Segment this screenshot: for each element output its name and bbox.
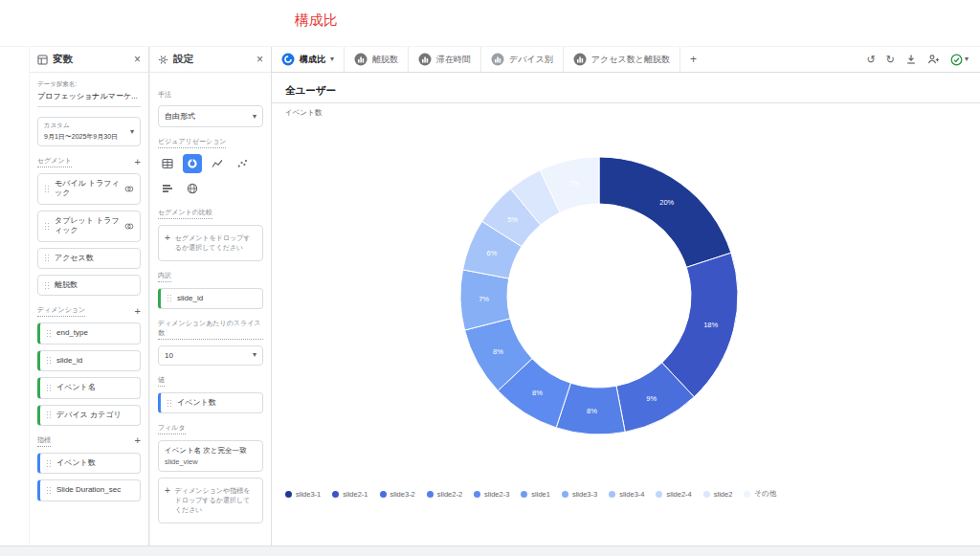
legend-dot bbox=[380, 491, 387, 498]
dimension-chip-event-name[interactable]: イベント名 bbox=[37, 377, 141, 398]
legend-item[interactable]: slide3-4 bbox=[609, 490, 644, 499]
date-range-value: 9月1日〜2025年9月30日 bbox=[44, 132, 118, 142]
add-icon: + bbox=[165, 486, 170, 496]
tab-strip: 構成比 ▾ 離脱数 滞在時間 bbox=[272, 47, 980, 73]
chevron-down-icon: ▾ bbox=[253, 113, 256, 121]
chart-legend: slide3-1slide2-1slide3-2slide2-2slide2-3… bbox=[285, 489, 776, 499]
left-margin bbox=[0, 47, 29, 545]
variables-panel-title: 変数 bbox=[53, 53, 73, 66]
drag-handle-icon[interactable] bbox=[167, 294, 172, 302]
drag-handle-icon[interactable] bbox=[46, 486, 52, 495]
legend-item[interactable]: slide3-1 bbox=[285, 490, 321, 499]
line-viz-icon[interactable] bbox=[208, 154, 227, 173]
slices-per-dimension-label: ディメンションあたりのスライス数 bbox=[158, 319, 263, 340]
drag-handle-icon[interactable] bbox=[46, 384, 52, 392]
segment-title: 全ユーザー bbox=[285, 84, 336, 96]
bar-chart-icon bbox=[573, 53, 587, 66]
add-segment-icon[interactable]: + bbox=[135, 157, 141, 167]
drag-handle-icon[interactable] bbox=[44, 185, 50, 193]
dimension-chip-slide-id[interactable]: slide_id bbox=[37, 350, 141, 371]
legend-item[interactable]: slide2-4 bbox=[656, 490, 691, 499]
legend-item[interactable]: その他 bbox=[744, 489, 776, 499]
legend-label: slide2-2 bbox=[437, 490, 462, 499]
drag-handle-icon[interactable] bbox=[167, 399, 172, 408]
date-range-label: カスタム bbox=[44, 122, 118, 130]
chart-area: 20%18%9%8%8%8%7%6%5%7% slide3-1slide2-1s… bbox=[272, 118, 980, 545]
add-dimension-icon[interactable]: + bbox=[135, 306, 141, 317]
legend-item[interactable]: slide2-1 bbox=[332, 490, 368, 499]
geo-map-viz-icon[interactable] bbox=[183, 179, 202, 198]
legend-item[interactable]: slide3-3 bbox=[562, 490, 597, 499]
canvas-toolbar: ↺ ↻ ▾ bbox=[867, 47, 980, 72]
undo-icon[interactable]: ↺ bbox=[867, 55, 876, 65]
scatter-viz-icon[interactable] bbox=[233, 154, 252, 173]
tab-exit-count[interactable]: 離脱数 bbox=[345, 47, 409, 72]
variables-icon bbox=[37, 55, 48, 65]
drag-handle-icon[interactable] bbox=[44, 254, 50, 262]
redo-icon[interactable]: ↻ bbox=[886, 55, 895, 65]
drag-handle-icon[interactable] bbox=[46, 459, 52, 468]
drag-handle-icon[interactable] bbox=[46, 329, 52, 338]
segment-chip-mobile-traffic[interactable]: モバイル トラフィック bbox=[37, 173, 141, 205]
metrics-section-header: 指標 + bbox=[37, 435, 141, 447]
tab-composition[interactable]: 構成比 ▾ bbox=[272, 47, 345, 72]
filter-drop-area[interactable]: + ディメンションや指標をドロップするか選択してください bbox=[158, 478, 263, 523]
visualization-label: ビジュアリゼーション bbox=[158, 137, 226, 148]
share-icon[interactable] bbox=[927, 54, 940, 65]
metric-chip-event-count[interactable]: イベント数 bbox=[37, 453, 141, 474]
add-icon: + bbox=[165, 234, 170, 243]
dimension-chip-device-category[interactable]: デバイス カテゴリ bbox=[37, 405, 141, 426]
chevron-down-icon: ▾ bbox=[130, 128, 134, 136]
bottom-strip bbox=[0, 545, 980, 556]
donut-slice-slide3-1[interactable] bbox=[599, 157, 731, 267]
tab-access-and-exit[interactable]: アクセス数と離脱数 bbox=[564, 47, 680, 72]
close-icon[interactable]: × bbox=[134, 54, 141, 65]
legend-item[interactable]: slide1 bbox=[521, 490, 550, 499]
value-chip-event-count[interactable]: イベント数 bbox=[158, 392, 263, 413]
status-check-icon[interactable]: ▾ bbox=[950, 54, 969, 66]
segment-icon bbox=[124, 222, 134, 231]
chevron-down-icon: ▾ bbox=[965, 56, 969, 63]
drag-handle-icon[interactable] bbox=[46, 411, 52, 419]
filter-chip-event-name[interactable]: イベント名 次と完全一致 slide_view bbox=[158, 440, 263, 472]
add-tab-button[interactable]: + bbox=[680, 47, 706, 72]
close-icon[interactable]: × bbox=[256, 54, 263, 65]
bar-chart-icon bbox=[354, 53, 368, 66]
bar-viz-icon[interactable] bbox=[158, 179, 177, 198]
segment-chip-exit-count[interactable]: 離脱数 bbox=[37, 275, 141, 296]
legend-item[interactable]: slide2-3 bbox=[474, 490, 509, 499]
date-range-selector[interactable]: カスタム 9月1日〜2025年9月30日 ▾ bbox=[37, 117, 141, 146]
legend-dot bbox=[703, 491, 710, 498]
dimension-chip-end-type[interactable]: end_type bbox=[37, 322, 141, 344]
variables-panel-header: 変数 × bbox=[30, 47, 148, 73]
legend-dot bbox=[427, 491, 434, 498]
download-icon[interactable] bbox=[905, 54, 917, 65]
segments-section-header: セグメント + bbox=[37, 156, 141, 167]
exploration-name-field[interactable]: データ探索名: プロフェッショナルマーケ... bbox=[37, 80, 141, 107]
legend-dot bbox=[656, 491, 662, 498]
legend-dot bbox=[332, 491, 339, 498]
legend-item[interactable]: slide2 bbox=[703, 490, 733, 499]
breakdown-chip-slide-id[interactable]: slide_id bbox=[158, 288, 263, 309]
donut-viz-icon[interactable] bbox=[183, 154, 202, 173]
slices-per-dimension-select[interactable]: 10 ▾ bbox=[158, 345, 263, 366]
segment-chip-access-count[interactable]: アクセス数 bbox=[37, 248, 141, 269]
tab-by-device[interactable]: デバイス別 bbox=[481, 47, 564, 72]
drag-handle-icon[interactable] bbox=[44, 281, 50, 290]
segment-drop-area[interactable]: + セグメントをドロップするか選択してください bbox=[158, 225, 263, 261]
segment-chip-tablet-traffic[interactable]: タブレット トラフィック bbox=[37, 211, 141, 242]
drag-handle-icon[interactable] bbox=[44, 222, 50, 231]
legend-dot bbox=[744, 491, 750, 498]
legend-item[interactable]: slide3-2 bbox=[380, 490, 415, 499]
slice-label: 8% bbox=[493, 347, 503, 356]
technique-select[interactable]: 自由形式 ▾ bbox=[158, 105, 263, 127]
add-metric-icon[interactable]: + bbox=[135, 435, 141, 446]
drag-handle-icon[interactable] bbox=[46, 356, 52, 365]
legend-item[interactable]: slide2-2 bbox=[427, 490, 462, 499]
workspace: 変数 × データ探索名: プロフェッショナルマーケ... カスタム 9月1日〜2… bbox=[0, 46, 980, 545]
tab-dwell-time[interactable]: 滞在時間 bbox=[409, 47, 481, 72]
exploration-name-value[interactable]: プロフェッショナルマーケ... bbox=[37, 91, 141, 107]
dimensions-label: ディメンション bbox=[37, 305, 85, 317]
table-viz-icon[interactable] bbox=[158, 154, 177, 173]
metric-chip-slide-duration[interactable]: Slide Duration_sec bbox=[37, 479, 141, 500]
